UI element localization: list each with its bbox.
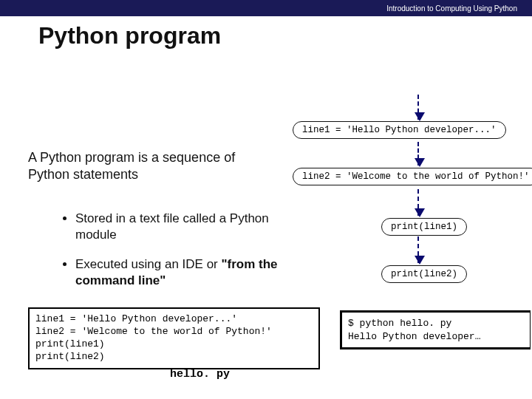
- bullet-item-2: Executed using an IDE or "from the comma…: [75, 256, 312, 289]
- bullet-item-1: Stored in a text file called a Python mo…: [75, 211, 312, 243]
- flow-step-3: print(line1): [381, 218, 467, 236]
- program-line-2: line2 = 'Welcome to the world of Python!…: [35, 326, 313, 338]
- flow-arrow-2: [417, 142, 419, 166]
- terminal-line-2: Hello Python developer…: [348, 330, 524, 344]
- program-line-3: print(line1): [35, 338, 313, 351]
- flow-arrow-4: [417, 236, 419, 263]
- terminal-line-1: $ python hello. py: [348, 317, 524, 330]
- program-line-4: print(line2): [35, 351, 313, 364]
- flow-arrow-1: [417, 95, 419, 120]
- terminal-output-box: $ python hello. py Hello Python develope…: [340, 310, 531, 349]
- program-line-1: line1 = 'Hello Python developer...': [35, 313, 313, 326]
- flow-step-2: line2 = 'Welcome to the world of Python!…: [293, 168, 532, 185]
- bullet-2-text: Executed using an IDE or: [75, 257, 222, 271]
- program-filename: hello. py: [170, 368, 230, 381]
- bullet-list: Stored in a text file called a Python mo…: [46, 211, 312, 302]
- flow-arrow-3: [417, 189, 419, 216]
- program-source-box: line1 = 'Hello Python developer...' line…: [28, 307, 320, 369]
- course-header: Introduction to Computing Using Python: [0, 0, 532, 16]
- lead-paragraph: A Python program is a sequence of Python…: [28, 149, 265, 183]
- flow-step-1: line1 = 'Hello Python developer...': [293, 121, 506, 139]
- slide-title: Python program: [38, 22, 221, 50]
- flow-step-4: print(line2): [381, 265, 467, 283]
- course-title: Introduction to Computing Using Python: [386, 4, 517, 13]
